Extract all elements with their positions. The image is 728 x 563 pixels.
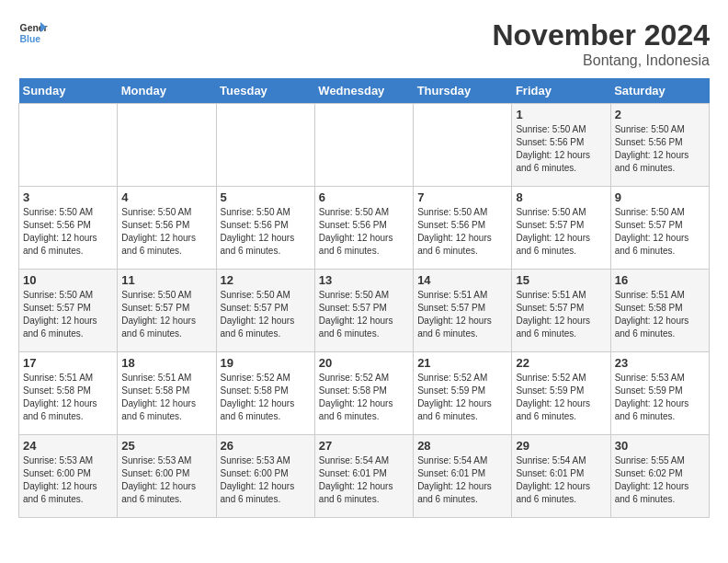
calendar-cell [314, 104, 413, 187]
day-info: Sunrise: 5:50 AM Sunset: 5:56 PM Dayligh… [319, 206, 409, 258]
day-info: Sunrise: 5:54 AM Sunset: 6:01 PM Dayligh… [319, 454, 409, 506]
day-number: 21 [417, 356, 507, 370]
calendar-cell: 20Sunrise: 5:52 AM Sunset: 5:58 PM Dayli… [314, 352, 413, 435]
day-number: 15 [516, 273, 606, 287]
day-number: 19 [221, 356, 311, 370]
calendar-cell: 15Sunrise: 5:51 AM Sunset: 5:57 PM Dayli… [512, 270, 610, 352]
logo-icon: General Blue [18, 18, 48, 48]
calendar-cell: 18Sunrise: 5:51 AM Sunset: 5:58 PM Dayli… [118, 352, 216, 435]
calendar-cell: 9Sunrise: 5:50 AM Sunset: 5:57 PM Daylig… [610, 187, 709, 270]
day-info: Sunrise: 5:51 AM Sunset: 5:57 PM Dayligh… [516, 289, 606, 340]
day-number: 17 [23, 356, 113, 370]
calendar-cell: 10Sunrise: 5:50 AM Sunset: 5:57 PM Dayli… [19, 270, 118, 352]
day-info: Sunrise: 5:52 AM Sunset: 5:58 PM Dayligh… [319, 372, 409, 423]
day-number: 12 [221, 273, 311, 287]
day-info: Sunrise: 5:52 AM Sunset: 5:58 PM Dayligh… [221, 372, 311, 423]
day-info: Sunrise: 5:51 AM Sunset: 5:58 PM Dayligh… [23, 372, 113, 423]
day-info: Sunrise: 5:50 AM Sunset: 5:57 PM Dayligh… [615, 206, 705, 258]
day-number: 26 [221, 439, 311, 453]
calendar-cell: 1Sunrise: 5:50 AM Sunset: 5:56 PM Daylig… [512, 104, 610, 187]
header-saturday: Saturday [610, 78, 709, 104]
month-title: November 2024 [492, 18, 710, 52]
day-number: 5 [221, 190, 311, 204]
day-info: Sunrise: 5:53 AM Sunset: 6:00 PM Dayligh… [121, 454, 211, 506]
day-number: 16 [615, 273, 705, 287]
calendar-cell: 16Sunrise: 5:51 AM Sunset: 5:58 PM Dayli… [610, 270, 709, 352]
header-thursday: Thursday [414, 78, 512, 104]
day-number: 23 [615, 356, 705, 370]
day-number: 29 [516, 439, 606, 453]
calendar-cell: 5Sunrise: 5:50 AM Sunset: 5:56 PM Daylig… [216, 187, 314, 270]
day-info: Sunrise: 5:50 AM Sunset: 5:56 PM Dayligh… [417, 206, 507, 258]
calendar-week-3: 10Sunrise: 5:50 AM Sunset: 5:57 PM Dayli… [19, 270, 710, 352]
title-block: November 2024 Bontang, Indonesia [492, 18, 710, 69]
day-info: Sunrise: 5:52 AM Sunset: 5:59 PM Dayligh… [417, 372, 507, 423]
day-info: Sunrise: 5:50 AM Sunset: 5:56 PM Dayligh… [23, 206, 113, 258]
calendar-cell: 11Sunrise: 5:50 AM Sunset: 5:57 PM Dayli… [118, 270, 216, 352]
calendar-cell: 13Sunrise: 5:50 AM Sunset: 5:57 PM Dayli… [314, 270, 413, 352]
calendar-cell: 28Sunrise: 5:54 AM Sunset: 6:01 PM Dayli… [414, 435, 512, 518]
header-friday: Friday [512, 78, 610, 104]
calendar-cell: 24Sunrise: 5:53 AM Sunset: 6:00 PM Dayli… [19, 435, 118, 518]
calendar-week-2: 3Sunrise: 5:50 AM Sunset: 5:56 PM Daylig… [19, 187, 710, 270]
header-tuesday: Tuesday [216, 78, 314, 104]
day-info: Sunrise: 5:50 AM Sunset: 5:56 PM Dayligh… [615, 123, 705, 175]
header-monday: Monday [118, 78, 216, 104]
page-header: General Blue November 2024 Bontang, Indo… [18, 18, 710, 69]
day-info: Sunrise: 5:51 AM Sunset: 5:58 PM Dayligh… [615, 289, 705, 340]
day-number: 4 [121, 190, 211, 204]
day-number: 25 [121, 439, 211, 453]
calendar-cell: 21Sunrise: 5:52 AM Sunset: 5:59 PM Dayli… [414, 352, 512, 435]
logo: General Blue [18, 18, 48, 48]
day-info: Sunrise: 5:55 AM Sunset: 6:02 PM Dayligh… [615, 454, 705, 506]
day-info: Sunrise: 5:50 AM Sunset: 5:56 PM Dayligh… [121, 206, 211, 258]
day-info: Sunrise: 5:53 AM Sunset: 5:59 PM Dayligh… [615, 372, 705, 423]
calendar-cell: 6Sunrise: 5:50 AM Sunset: 5:56 PM Daylig… [314, 187, 413, 270]
day-info: Sunrise: 5:51 AM Sunset: 5:58 PM Dayligh… [121, 372, 211, 423]
calendar-cell [19, 104, 118, 187]
day-info: Sunrise: 5:54 AM Sunset: 6:01 PM Dayligh… [417, 454, 507, 506]
day-info: Sunrise: 5:52 AM Sunset: 5:59 PM Dayligh… [516, 372, 606, 423]
day-number: 2 [615, 108, 705, 121]
calendar-cell [216, 104, 314, 187]
calendar-cell [118, 104, 216, 187]
day-number: 1 [516, 108, 606, 121]
day-info: Sunrise: 5:53 AM Sunset: 6:00 PM Dayligh… [221, 454, 311, 506]
calendar-week-5: 24Sunrise: 5:53 AM Sunset: 6:00 PM Dayli… [19, 435, 710, 518]
day-info: Sunrise: 5:50 AM Sunset: 5:57 PM Dayligh… [516, 206, 606, 258]
day-number: 7 [417, 190, 507, 204]
day-info: Sunrise: 5:50 AM Sunset: 5:57 PM Dayligh… [23, 289, 113, 340]
calendar-cell [414, 104, 512, 187]
calendar-cell: 25Sunrise: 5:53 AM Sunset: 6:00 PM Dayli… [118, 435, 216, 518]
day-info: Sunrise: 5:54 AM Sunset: 6:01 PM Dayligh… [516, 454, 606, 506]
location: Bontang, Indonesia [492, 52, 710, 69]
day-number: 14 [417, 273, 507, 287]
calendar-cell: 22Sunrise: 5:52 AM Sunset: 5:59 PM Dayli… [512, 352, 610, 435]
day-info: Sunrise: 5:50 AM Sunset: 5:57 PM Dayligh… [121, 289, 211, 340]
svg-text:Blue: Blue [20, 34, 41, 44]
day-info: Sunrise: 5:51 AM Sunset: 5:57 PM Dayligh… [417, 289, 507, 340]
calendar-week-1: 1Sunrise: 5:50 AM Sunset: 5:56 PM Daylig… [19, 104, 710, 187]
calendar-cell: 8Sunrise: 5:50 AM Sunset: 5:57 PM Daylig… [512, 187, 610, 270]
calendar-cell: 27Sunrise: 5:54 AM Sunset: 6:01 PM Dayli… [314, 435, 413, 518]
calendar-cell: 29Sunrise: 5:54 AM Sunset: 6:01 PM Dayli… [512, 435, 610, 518]
day-number: 9 [615, 190, 705, 204]
calendar-cell: 12Sunrise: 5:50 AM Sunset: 5:57 PM Dayli… [216, 270, 314, 352]
calendar-cell: 7Sunrise: 5:50 AM Sunset: 5:56 PM Daylig… [414, 187, 512, 270]
header-sunday: Sunday [19, 78, 118, 104]
calendar-cell: 26Sunrise: 5:53 AM Sunset: 6:00 PM Dayli… [216, 435, 314, 518]
calendar-cell: 23Sunrise: 5:53 AM Sunset: 5:59 PM Dayli… [610, 352, 709, 435]
day-number: 28 [417, 439, 507, 453]
calendar-cell: 19Sunrise: 5:52 AM Sunset: 5:58 PM Dayli… [216, 352, 314, 435]
day-number: 10 [23, 273, 113, 287]
day-number: 8 [516, 190, 606, 204]
calendar-cell: 14Sunrise: 5:51 AM Sunset: 5:57 PM Dayli… [414, 270, 512, 352]
calendar-week-4: 17Sunrise: 5:51 AM Sunset: 5:58 PM Dayli… [19, 352, 710, 435]
day-number: 18 [121, 356, 211, 370]
day-number: 30 [615, 439, 705, 453]
day-number: 13 [319, 273, 409, 287]
day-number: 24 [23, 439, 113, 453]
day-info: Sunrise: 5:50 AM Sunset: 5:57 PM Dayligh… [319, 289, 409, 340]
header-wednesday: Wednesday [314, 78, 413, 104]
calendar-cell: 4Sunrise: 5:50 AM Sunset: 5:56 PM Daylig… [118, 187, 216, 270]
